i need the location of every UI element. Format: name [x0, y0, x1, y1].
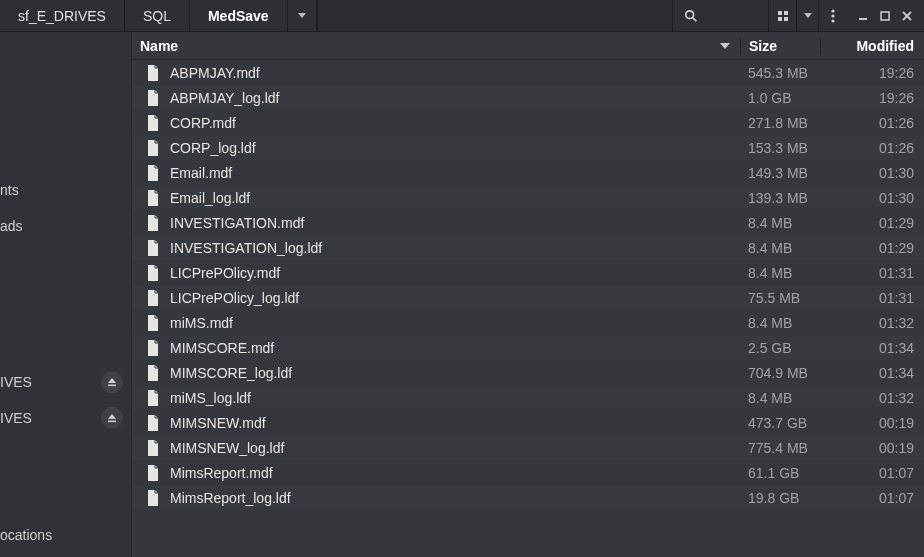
window-controls — [846, 0, 924, 31]
sidebar-drive-item[interactable]: IVES — [0, 364, 131, 400]
search-icon — [684, 9, 698, 23]
eject-button[interactable] — [101, 371, 123, 393]
sidebar-other-locations[interactable]: ocations — [0, 517, 131, 553]
window-maximize-button[interactable] — [874, 11, 896, 21]
sidebar-item-label: ads — [0, 218, 123, 234]
table-row[interactable]: Email.mdf149.3 MB01:30 — [132, 160, 924, 185]
file-icon — [146, 340, 160, 356]
column-header-row: Name Size Modified — [132, 32, 924, 60]
svg-point-6 — [831, 9, 834, 12]
search-button[interactable] — [672, 0, 708, 31]
table-row[interactable]: MIMSNEW_log.ldf775.4 MB00:19 — [132, 435, 924, 460]
column-header-size[interactable]: Size — [740, 38, 820, 54]
eject-button[interactable] — [101, 407, 123, 429]
path-breadcrumb: sf_E_DRIVES SQL MedSave — [0, 0, 317, 31]
table-row[interactable]: ABPMJAY_log.ldf1.0 GB19:26 — [132, 85, 924, 110]
cell-size: 8.4 MB — [740, 390, 820, 406]
table-row[interactable]: MimsReport.mdf61.1 GB01:07 — [132, 460, 924, 485]
table-row[interactable]: MimsReport_log.ldf19.8 GB01:07 — [132, 485, 924, 510]
menu-icon — [831, 9, 835, 23]
cell-size: 19.8 GB — [740, 490, 820, 506]
file-name: MIMSNEW_log.ldf — [170, 440, 284, 456]
view-dropdown-button[interactable] — [796, 0, 818, 31]
cell-modified: 00:19 — [820, 440, 924, 456]
cell-name: miMS.mdf — [132, 315, 740, 331]
cell-modified: 01:32 — [820, 390, 924, 406]
svg-rect-16 — [108, 421, 116, 423]
column-header-label: Name — [140, 38, 178, 54]
table-row[interactable]: MIMSCORE.mdf2.5 GB01:34 — [132, 335, 924, 360]
cell-modified: 01:31 — [820, 265, 924, 281]
cell-modified: 01:34 — [820, 340, 924, 356]
sidebar-item[interactable]: nts — [0, 172, 131, 208]
file-name: MimsReport_log.ldf — [170, 490, 291, 506]
breadcrumb-item-current[interactable]: MedSave — [189, 0, 287, 31]
window-close-icon — [902, 11, 912, 21]
cell-size: 8.4 MB — [740, 240, 820, 256]
cell-size: 153.3 MB — [740, 140, 820, 156]
cell-modified: 01:32 — [820, 315, 924, 331]
cell-name: INVESTIGATION.mdf — [132, 215, 740, 231]
cell-name: MIMSNEW_log.ldf — [132, 440, 740, 456]
eject-icon — [107, 377, 117, 387]
table-row[interactable]: INVESTIGATION_log.ldf8.4 MB01:29 — [132, 235, 924, 260]
cell-name: MIMSCORE.mdf — [132, 340, 740, 356]
cell-size: 775.4 MB — [740, 440, 820, 456]
cell-modified: 01:30 — [820, 190, 924, 206]
sidebar-drive-item[interactable]: IVES — [0, 400, 131, 436]
sidebar-item-label: IVES — [0, 374, 97, 390]
window-close-button[interactable] — [896, 11, 918, 21]
file-icon — [146, 490, 160, 506]
sidebar-item[interactable]: ads — [0, 208, 131, 244]
file-name: miMS_log.ldf — [170, 390, 251, 406]
file-icon — [146, 365, 160, 381]
table-row[interactable]: CORP.mdf271.8 MB01:26 — [132, 110, 924, 135]
table-row[interactable]: INVESTIGATION.mdf8.4 MB01:29 — [132, 210, 924, 235]
file-icon — [146, 440, 160, 456]
svg-rect-2 — [778, 11, 782, 15]
cell-name: Email.mdf — [132, 165, 740, 181]
table-row[interactable]: LICPrePOlicy_log.ldf75.5 MB01:31 — [132, 285, 924, 310]
window-minimize-icon — [858, 11, 868, 21]
file-name: LICPrePOlicy.mdf — [170, 265, 280, 281]
cell-name: ABPMJAY_log.ldf — [132, 90, 740, 106]
svg-rect-14 — [108, 385, 116, 387]
file-icon — [146, 115, 160, 131]
file-name: MIMSCORE.mdf — [170, 340, 274, 356]
table-row[interactable]: miMS_log.ldf8.4 MB01:32 — [132, 385, 924, 410]
file-icon — [146, 165, 160, 181]
column-header-modified[interactable]: Modified — [820, 38, 924, 54]
breadcrumb-item[interactable]: sf_E_DRIVES — [0, 0, 124, 31]
table-row[interactable]: Email_log.ldf139.3 MB01:30 — [132, 185, 924, 210]
file-name: CORP.mdf — [170, 115, 236, 131]
app-menu-button[interactable] — [818, 0, 846, 31]
cell-modified: 01:34 — [820, 365, 924, 381]
cell-modified: 01:26 — [820, 140, 924, 156]
chevron-down-icon — [804, 13, 812, 18]
view-mode-button[interactable] — [768, 0, 796, 31]
window-minimize-button[interactable] — [852, 11, 874, 21]
svg-rect-3 — [784, 11, 788, 15]
svg-point-8 — [831, 19, 834, 22]
file-name: Email.mdf — [170, 165, 232, 181]
file-icon — [146, 90, 160, 106]
cell-size: 75.5 MB — [740, 290, 820, 306]
cell-name: miMS_log.ldf — [132, 390, 740, 406]
table-row[interactable]: ABPMJAY.mdf545.3 MB19:26 — [132, 60, 924, 85]
table-row[interactable]: miMS.mdf8.4 MB01:32 — [132, 310, 924, 335]
table-row[interactable]: LICPrePOlicy.mdf8.4 MB01:31 — [132, 260, 924, 285]
breadcrumb-dropdown[interactable] — [287, 0, 316, 31]
cell-name: MimsReport_log.ldf — [132, 490, 740, 506]
file-name: CORP_log.ldf — [170, 140, 256, 156]
column-header-name[interactable]: Name — [132, 38, 740, 54]
path-entry[interactable] — [317, 0, 672, 31]
breadcrumb-item[interactable]: SQL — [124, 0, 189, 31]
table-row[interactable]: CORP_log.ldf153.3 MB01:26 — [132, 135, 924, 160]
cell-size: 473.7 GB — [740, 415, 820, 431]
file-icon — [146, 390, 160, 406]
table-row[interactable]: MIMSCORE_log.ldf704.9 MB01:34 — [132, 360, 924, 385]
cell-size: 1.0 GB — [740, 90, 820, 106]
file-icon — [146, 140, 160, 156]
table-row[interactable]: MIMSNEW.mdf473.7 GB00:19 — [132, 410, 924, 435]
cell-name: INVESTIGATION_log.ldf — [132, 240, 740, 256]
